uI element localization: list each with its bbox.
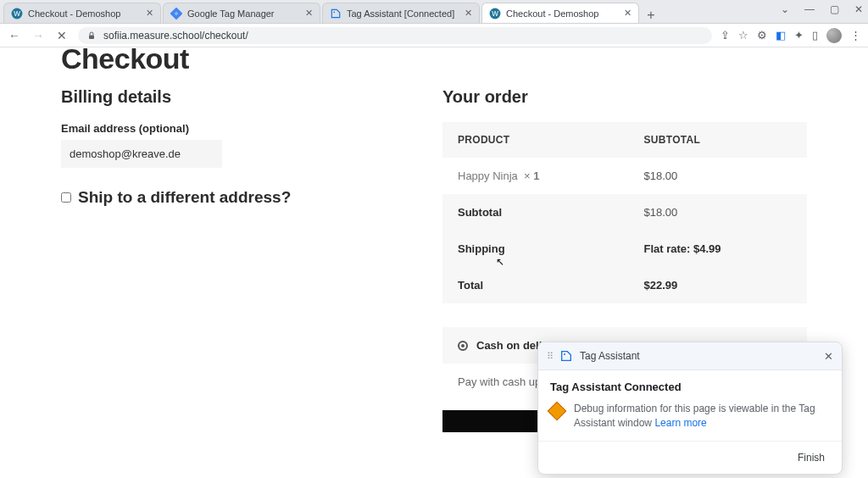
menu-icon[interactable]: ⋮ — [850, 29, 861, 42]
close-window-icon[interactable]: ✕ — [854, 3, 863, 15]
browser-tabstrip: W Checkout - Demoshop ✕ Google Tag Manag… — [0, 0, 868, 24]
table-row: Happy Ninja × 1 $18.00 — [442, 158, 807, 194]
tab-title: Google Tag Manager — [187, 8, 300, 19]
learn-more-link[interactable]: Learn more — [654, 417, 706, 429]
svg-text:W: W — [14, 9, 20, 17]
billing-title: Billing details — [61, 87, 409, 107]
table-row: Subtotal $18.00 — [442, 194, 807, 231]
lock-icon — [86, 31, 97, 41]
tagassist-icon — [559, 349, 573, 363]
tagassist-icon — [330, 8, 342, 19]
star-icon[interactable]: ☆ — [738, 29, 748, 42]
qty-prefix: × — [524, 170, 533, 182]
total-value: $22.99 — [629, 267, 807, 303]
svg-point-8 — [564, 353, 565, 355]
product-price: $18.00 — [629, 158, 807, 194]
radio-selected-icon — [458, 341, 468, 351]
share-icon[interactable]: ⇪ — [721, 29, 730, 42]
ext-icon-1[interactable]: ⚙ — [757, 29, 767, 42]
payment-label: Cash on deli — [476, 339, 542, 352]
product-qty: 1 — [533, 170, 539, 182]
close-icon[interactable]: ✕ — [824, 350, 833, 363]
tab-3[interactable]: Tag Assistant [Connected] ✕ — [322, 3, 480, 23]
tab-4[interactable]: W Checkout - Demoshop ✕ — [481, 3, 639, 23]
subtotal-value: $18.00 — [629, 194, 807, 231]
drag-handle-icon[interactable]: ⠿ — [547, 351, 553, 362]
close-icon[interactable]: ✕ — [146, 8, 153, 19]
close-icon[interactable]: ✕ — [305, 8, 313, 19]
new-tab-button[interactable]: + — [641, 8, 661, 23]
stop-reload-button[interactable]: ✕ — [54, 29, 70, 42]
order-title: Your order — [442, 87, 807, 107]
product-name: Happy Ninja — [458, 170, 518, 182]
shipping-value: Flat rate: $4.99 — [629, 231, 807, 267]
finish-button[interactable]: Finish — [793, 448, 830, 467]
chevron-down-icon[interactable]: ⌄ — [781, 3, 789, 15]
wordpress-icon: W — [489, 8, 501, 19]
tab-title: Checkout - Demoshop — [28, 8, 141, 19]
svg-text:W: W — [492, 9, 498, 17]
tab-title: Checkout - Demoshop — [506, 8, 619, 19]
billing-section: Billing details Email address (optional)… — [61, 87, 409, 432]
total-label: Total — [442, 267, 629, 303]
svg-point-4 — [333, 11, 335, 13]
shipping-label: Shipping — [442, 231, 629, 267]
table-row: Total $22.99 — [442, 267, 807, 303]
avatar[interactable] — [826, 28, 842, 43]
wordpress-icon: W — [11, 8, 23, 19]
popup-title: Tag Assistant Connected — [550, 381, 830, 393]
panel-icon[interactable]: ▯ — [812, 29, 818, 42]
page-title: Checkout — [61, 47, 807, 75]
close-icon[interactable]: ✕ — [465, 8, 472, 19]
email-label: Email address (optional) — [61, 122, 409, 135]
address-bar: ← → ✕ sofiia.measure.school/checkout/ ⇪ … — [0, 24, 868, 47]
tab-1[interactable]: W Checkout - Demoshop ✕ — [3, 3, 161, 23]
window-controls: ⌄ — ▢ ✕ — [781, 3, 863, 15]
email-field[interactable] — [61, 140, 222, 168]
ext-icon-2[interactable]: ◧ — [776, 29, 786, 42]
col-product: PRODUCT — [442, 122, 629, 158]
col-subtotal: SUBTOTAL — [629, 122, 807, 158]
minimize-icon[interactable]: — — [804, 3, 815, 15]
popup-header: Tag Assistant — [580, 350, 640, 362]
ship-different-label: Ship to a different address? — [78, 188, 291, 207]
url-text: sofiia.measure.school/checkout/ — [103, 30, 248, 42]
close-icon[interactable]: ✕ — [624, 8, 632, 19]
page-viewport: Checkout Billing details Email address (… — [0, 47, 868, 478]
back-button[interactable]: ← — [7, 29, 22, 42]
diamond-icon — [548, 402, 567, 421]
tab-2[interactable]: Google Tag Manager ✕ — [163, 3, 320, 23]
url-input[interactable]: sofiia.measure.school/checkout/ — [78, 27, 712, 44]
tab-title: Tag Assistant [Connected] — [347, 8, 459, 19]
svg-rect-7 — [89, 35, 94, 39]
subtotal-label: Subtotal — [442, 194, 629, 231]
table-row: Shipping Flat rate: $4.99 — [442, 231, 807, 267]
puzzle-icon[interactable]: ✦ — [794, 29, 804, 42]
maximize-icon[interactable]: ▢ — [830, 3, 839, 15]
forward-button: → — [31, 29, 46, 42]
gtm-icon — [170, 8, 182, 19]
order-table: PRODUCT SUBTOTAL Happy Ninja × 1 $18.00 — [442, 122, 807, 303]
ship-different-checkbox[interactable] — [61, 192, 71, 203]
tag-assistant-popup: ⠿ Tag Assistant ✕ Tag Assistant Connecte… — [537, 342, 843, 475]
